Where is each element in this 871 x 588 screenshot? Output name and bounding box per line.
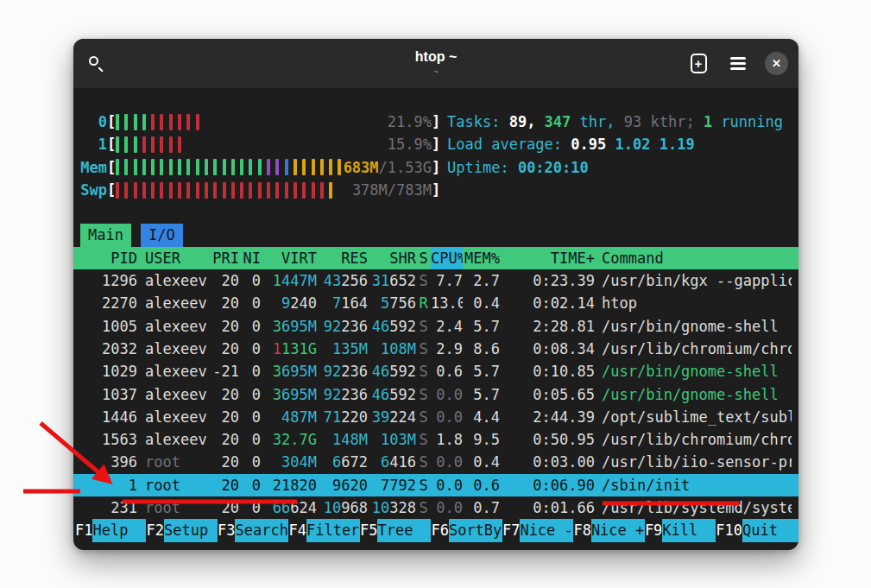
column-header-virt[interactable]: VIRT xyxy=(261,247,317,269)
column-header-res[interactable]: RES xyxy=(317,247,368,269)
console-window: htop ~ ~ + ✕ 0[ 21.9% ] Ta xyxy=(73,39,798,550)
fkey-f5-tree[interactable]: F5Tree xyxy=(360,519,431,541)
tab-main[interactable]: Main xyxy=(80,224,131,246)
function-key-bar: F1Help F2Setup F3Search F4Filter F5Tree … xyxy=(73,519,798,541)
meter-bar xyxy=(178,136,181,153)
cell-ni: 0 xyxy=(239,338,261,360)
process-row-pid-1[interactable]: 1 root 20 0 21820 9620 7792 S 0.0 0.6 0:… xyxy=(73,474,798,496)
cell-mem: 4.4 xyxy=(463,406,500,428)
htop-tabs: MainI/O xyxy=(80,224,792,246)
cell-shr: 46592 xyxy=(368,383,416,406)
process-row-pid-231[interactable]: 231 root 20 0 66624 10968 10328 S 0.0 0.… xyxy=(73,496,798,519)
new-tab-button[interactable]: + xyxy=(685,51,711,77)
column-header-pri[interactable]: PRI xyxy=(211,247,239,269)
process-row-pid-1029[interactable]: 1029 alexeev -21 0 3695M 92236 46592 S 0… xyxy=(73,360,798,383)
cell-time: 0:23.39 xyxy=(500,269,595,292)
cell-mem: 0.7 xyxy=(463,496,500,519)
fkey-f6-sortby[interactable]: F6SortBy xyxy=(431,519,502,541)
fkey-f3-search[interactable]: F3Search xyxy=(218,519,288,541)
fkey-f2-setup[interactable]: F2Setup xyxy=(146,519,217,541)
close-button[interactable]: ✕ xyxy=(765,52,788,75)
fkey-f1-help[interactable]: F1Help xyxy=(75,519,146,541)
process-row-pid-1563[interactable]: 1563 alexeev 20 0 32.7G 148M 103M S 1.8 … xyxy=(73,428,798,451)
column-header-user[interactable]: USER xyxy=(137,247,211,269)
process-row-pid-1037[interactable]: 1037 alexeev 20 0 3695M 92236 46592 S 0.… xyxy=(73,383,798,406)
meter-bar xyxy=(223,159,226,175)
process-row-pid-396[interactable]: 396 root 20 0 304M 6672 6416 S 0.0 0.4 0… xyxy=(73,451,798,473)
meter-bar xyxy=(151,114,155,130)
meter-swp: Swp[ 378M/783M ] xyxy=(80,179,440,201)
cell-shr: 6416 xyxy=(368,451,416,473)
cell-cpu: 7.7 xyxy=(431,269,463,292)
headerbar: htop ~ ~ + ✕ xyxy=(73,39,798,88)
meter-bar xyxy=(142,182,146,199)
process-row-pid-1005[interactable]: 1005 alexeev 20 0 3695M 92236 46592 S 2.… xyxy=(73,315,798,338)
meter-bar xyxy=(142,114,146,130)
cell-shr: 46592 xyxy=(368,315,416,338)
cell-cpu: 0.0 xyxy=(431,451,463,473)
new-tab-icon: + xyxy=(691,54,707,73)
tab-io[interactable]: I/O xyxy=(141,224,183,246)
cell-virt: 1131G xyxy=(261,338,317,360)
meter-bar xyxy=(142,159,146,175)
cell-ni: 0 xyxy=(239,474,261,496)
cell-shr: 31652 xyxy=(368,269,416,292)
meter-bar xyxy=(196,114,199,130)
cell-pid: 1446 xyxy=(80,406,137,428)
meter-bar xyxy=(258,159,262,175)
fkey-f9-kill[interactable]: F9Kill xyxy=(645,519,716,541)
cell-pri: 20 xyxy=(211,496,239,519)
process-row-pid-1446[interactable]: 1446 alexeev 20 0 487M 71220 39224 S 0.0… xyxy=(73,406,798,428)
cell-pid: 231 xyxy=(80,496,137,519)
process-row-pid-2270[interactable]: 2270 alexeev 20 0 9240 7164 5756 R 13.0 … xyxy=(73,292,798,314)
cell-pri: 20 xyxy=(211,269,239,292)
meter-bar xyxy=(196,182,199,199)
cell-shr: 10328 xyxy=(368,496,416,519)
fkey-f7-nice[interactable]: F7Nice - xyxy=(502,519,573,541)
fkey-f10-quit[interactable]: F10Quit xyxy=(716,519,798,541)
cell-time: 0:08.34 xyxy=(500,338,595,360)
column-header-s[interactable]: S xyxy=(416,247,431,269)
meter-bar xyxy=(124,114,128,130)
meter-bar xyxy=(134,182,137,199)
cell-virt: 32.7G xyxy=(261,428,317,451)
process-row-pid-1296[interactable]: 1296 alexeev 20 0 1447M 43256 31652 S 7.… xyxy=(73,269,798,292)
column-header-ni[interactable]: NI xyxy=(239,247,261,269)
search-button[interactable] xyxy=(84,51,110,77)
cell-pid: 2032 xyxy=(80,338,137,360)
cell-ni: 0 xyxy=(239,269,261,292)
meter-bar xyxy=(124,136,128,153)
meter-bar xyxy=(240,182,243,199)
menu-button[interactable] xyxy=(725,51,751,77)
column-header-shr[interactable]: SHR xyxy=(368,247,416,269)
column-header-pid[interactable]: PID xyxy=(80,247,137,269)
cell-ni: 0 xyxy=(239,428,261,451)
fkey-f4-filter[interactable]: F4Filter xyxy=(288,519,359,541)
column-header-command[interactable]: Command xyxy=(595,247,792,269)
cell-command: /usr/lib/chromium/chromi xyxy=(595,338,792,360)
column-header-mem[interactable]: MEM% xyxy=(463,247,500,269)
cell-state: S xyxy=(416,383,431,406)
meter-bar xyxy=(223,182,226,199)
fkey-f8-nice[interactable]: F8Nice + xyxy=(573,519,644,541)
cell-pid: 1037 xyxy=(80,383,137,406)
blank-line xyxy=(80,201,792,224)
cell-mem: 5.7 xyxy=(463,383,500,406)
cell-shr: 103M xyxy=(368,428,416,451)
cell-cpu: 0.0 xyxy=(431,406,463,428)
cell-user: alexeev xyxy=(137,269,211,292)
cell-shr: 5756 xyxy=(368,292,416,314)
meter-1: 1[ 15.9% ] xyxy=(80,133,440,155)
cell-pid: 1563 xyxy=(80,428,137,451)
column-header-cpu[interactable]: CPU%▽ xyxy=(431,247,463,269)
cell-user: alexeev xyxy=(137,292,211,314)
meter-bar xyxy=(293,159,297,175)
meter-bar xyxy=(320,159,324,175)
hamburger-menu-icon xyxy=(730,62,746,65)
process-row-pid-2032[interactable]: 2032 alexeev 20 0 1131G 135M 108M S 2.9 … xyxy=(73,338,798,360)
column-header-time[interactable]: TIME+ xyxy=(500,247,595,269)
cell-shr: 7792 xyxy=(368,474,416,496)
meter-bar xyxy=(205,182,208,199)
cell-cpu: 0.0 xyxy=(431,496,463,519)
meter-bar xyxy=(285,159,288,175)
